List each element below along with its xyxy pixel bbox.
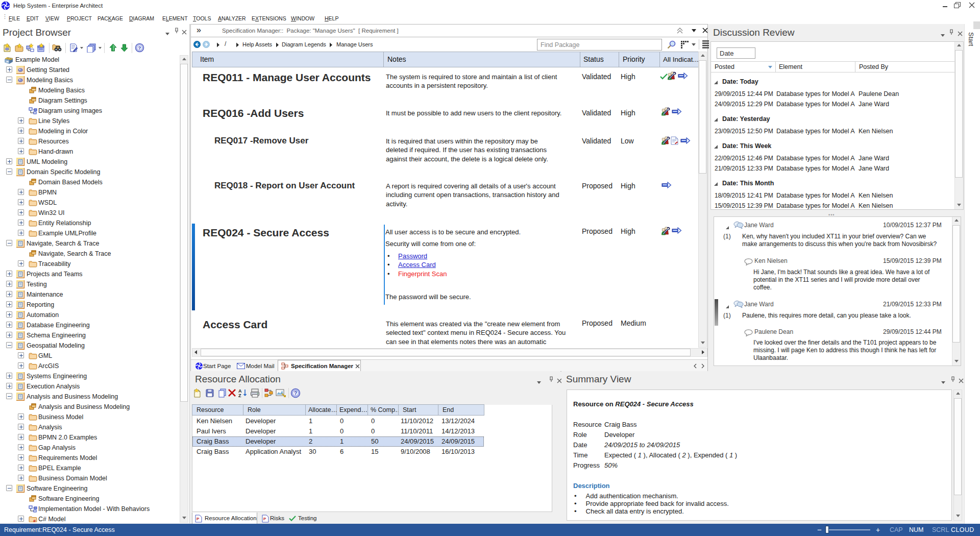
- svg-text:#: #: [33, 519, 36, 522]
- svg-text:Z: Z: [238, 393, 241, 398]
- svg-text:P: P: [197, 517, 200, 521]
- svg-text:?: ?: [294, 391, 297, 396]
- svg-text:?: ?: [138, 45, 141, 51]
- svg-text:P: P: [263, 517, 266, 521]
